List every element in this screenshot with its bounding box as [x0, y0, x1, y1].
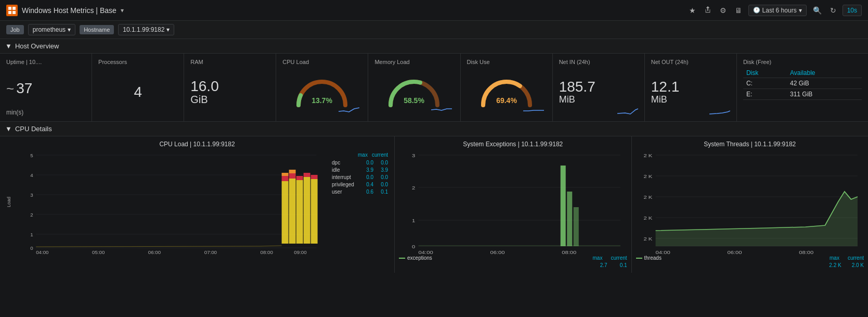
charts-row: CPU Load | 10.1.1.99:9182 Load 5 4: [0, 136, 868, 273]
uptime-unit: min(s): [6, 109, 85, 116]
uptime-value: 37: [16, 81, 32, 96]
cpu-load-chart-title: CPU Load | 10.1.1.99:9182: [4, 141, 390, 148]
threads-current-header: current: [848, 255, 864, 261]
refresh-interval[interactable]: 10s: [843, 5, 862, 16]
net-in-value: 185.7: [559, 79, 595, 95]
svg-text:04:00: 04:00: [655, 250, 670, 254]
settings-icon[interactable]: ⚙: [718, 4, 729, 17]
cpu-load-sparkline: [339, 104, 359, 114]
monitor-icon[interactable]: 🖥: [733, 4, 744, 17]
topbar-right: ★ ⚙ 🖥 🕐 Last 6 hours ▾ 🔍 ↻ 10s: [687, 4, 862, 17]
exceptions-legend-row: exceptions max current: [399, 254, 627, 262]
cpu-legend-row: interrupt 0.0 0.0: [330, 174, 388, 180]
net-in-unit: MiB: [559, 94, 595, 105]
threads-max-header: max: [830, 255, 839, 261]
ram-unit: GiB: [190, 94, 219, 106]
disk-available: 42 GiB: [787, 78, 862, 89]
svg-rect-32: [296, 176, 303, 180]
job-select[interactable]: prometheus ▾: [28, 24, 75, 35]
refresh-icon[interactable]: ↻: [828, 4, 838, 17]
svg-text:1: 1: [412, 218, 416, 223]
title-dropdown-arrow[interactable]: ▾: [121, 7, 124, 14]
exceptions-max-val: 2.7: [600, 262, 607, 268]
cpu-legend-row: user 0.6 0.1: [330, 189, 388, 195]
legend-max-header: max: [358, 152, 368, 158]
disk-free-title: Disk (Free): [743, 59, 862, 65]
svg-text:08:00: 08:00: [562, 250, 577, 254]
legend-item-max: 0.6: [361, 189, 373, 195]
svg-rect-28: [304, 177, 310, 244]
cpu-legend-row: privileged 0.4 0.0: [330, 182, 388, 187]
threads-legend-name: threads: [644, 255, 662, 261]
disk-use-gauge: 69.4%: [467, 68, 546, 116]
net-in-title: Net IN (24h): [559, 59, 638, 65]
cpu-chart-y-axis-label: Load: [6, 197, 11, 207]
uptime-tilde: ~: [6, 81, 14, 97]
time-label: Last 6 hours: [762, 7, 797, 14]
disk-free-table: Disk Available C:42 GiBE:311 GiB: [743, 68, 862, 100]
topbar-left: Windows Host Metrics | Base ▾: [6, 5, 124, 16]
cpu-details-header[interactable]: ▼ CPU Details: [0, 122, 868, 136]
cpu-load-card: CPU Load 13.7%: [276, 54, 368, 121]
svg-text:2: 2: [30, 212, 33, 218]
svg-text:2 K: 2 K: [643, 195, 652, 200]
svg-text:06:00: 06:00: [727, 250, 742, 254]
svg-marker-65: [655, 192, 857, 246]
svg-rect-31: [289, 173, 296, 179]
cpu-legend-row: dpc 0.0 0.0: [330, 160, 388, 166]
hostname-select[interactable]: 10.1.1.99:9182 ▾: [118, 24, 174, 35]
cpu-details-chevron: ▼: [5, 125, 12, 133]
svg-rect-26: [289, 179, 296, 244]
svg-text:2 K: 2 K: [643, 215, 652, 221]
svg-text:2 K: 2 K: [643, 174, 652, 179]
hostname-label: Hostname: [80, 25, 114, 34]
svg-rect-34: [311, 175, 318, 179]
legend-item-current: 0.0: [375, 182, 388, 187]
svg-text:58.5%: 58.5%: [404, 96, 425, 105]
net-out-card: Net OUT (24h) 12.1 MiB: [645, 54, 737, 121]
legend-item-name: user: [332, 189, 359, 195]
svg-rect-2: [8, 11, 11, 14]
threads-max-val: 2.2 K: [829, 262, 841, 268]
disk-free-card: Disk (Free) Disk Available C:42 GiBE:311…: [737, 54, 868, 121]
svg-text:04:00: 04:00: [419, 250, 434, 254]
search-icon[interactable]: 🔍: [811, 4, 824, 17]
net-out-title: Net OUT (24h): [651, 59, 730, 65]
cpu-legend-row: idle 3.9 3.9: [330, 167, 388, 173]
star-icon[interactable]: ★: [687, 4, 698, 17]
processors-card: Processors 4: [92, 54, 184, 121]
uptime-title: Uptime | 10....: [6, 59, 85, 65]
ram-card: RAM 16.0 GiB: [184, 54, 276, 121]
net-out-sparkline: [709, 106, 730, 116]
svg-rect-35: [282, 173, 289, 176]
svg-rect-49: [567, 192, 572, 246]
legend-item-max: 0.0: [361, 174, 373, 180]
exceptions-svg: 3 2 1 0 04:00 06:00 08:00: [399, 150, 627, 254]
svg-rect-3: [12, 11, 16, 14]
time-selector[interactable]: 🕐 Last 6 hours ▾: [748, 5, 807, 16]
threads-chart-title: System Threads | 10.1.1.99:9182: [636, 141, 864, 148]
svg-text:0: 0: [30, 246, 33, 251]
job-label: Job: [6, 25, 24, 34]
memory-load-sparkline: [431, 104, 452, 114]
svg-text:3: 3: [30, 193, 33, 198]
svg-rect-29: [311, 179, 318, 244]
legend-item-current: 0.1: [375, 189, 388, 195]
disk-name: E:: [743, 89, 787, 100]
net-out-unit: MiB: [651, 94, 680, 105]
legend-item-current: 0.0: [375, 160, 388, 166]
legend-item-max: 3.9: [361, 167, 373, 173]
share-icon[interactable]: [702, 4, 714, 17]
svg-rect-50: [574, 207, 579, 246]
variables-bar: Job prometheus ▾ Hostname 10.1.1.99:9182…: [0, 21, 868, 39]
disk-available: 311 GiB: [787, 89, 862, 100]
memory-load-gauge: 58.5%: [374, 68, 454, 116]
processors-title: Processors: [98, 59, 177, 65]
host-overview-title: Host Overview: [15, 42, 59, 50]
legend-item-max: 0.0: [361, 160, 373, 166]
disk-name: C:: [743, 78, 787, 89]
svg-text:2 K: 2 K: [643, 236, 652, 242]
host-overview-header[interactable]: ▼ Host Overview: [0, 39, 868, 54]
cpu-load-svg: 5 4 3 2 1 0 04:00 05:00 06:00 07:00 08:0…: [14, 150, 328, 254]
svg-text:04:00: 04:00: [36, 250, 48, 254]
